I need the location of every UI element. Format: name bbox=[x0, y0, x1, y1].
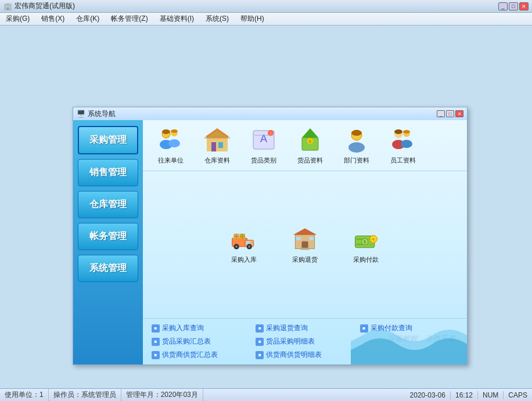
status-num: NUM bbox=[478, 391, 504, 399]
svg-text:$: $ bbox=[364, 239, 366, 244]
svg-point-4 bbox=[168, 139, 180, 147]
product-category-label: 货品类别 bbox=[251, 156, 276, 165]
dialog-icon: 🖥️ bbox=[77, 110, 85, 118]
top-icons-row: 往来单位 仓库资 bbox=[143, 120, 467, 171]
svg-text:↩: ↩ bbox=[303, 240, 307, 245]
link-icon-3: ■ bbox=[152, 338, 160, 346]
icon-product-category[interactable]: A ! 货品类别 bbox=[245, 126, 282, 165]
icon-department[interactable]: 部门资料 bbox=[337, 126, 375, 165]
status-company: 使用单位：1 bbox=[0, 389, 49, 401]
svg-marker-50 bbox=[293, 229, 317, 235]
link-icon-7: ■ bbox=[256, 351, 264, 359]
dialog-controls: _ □ ✕ bbox=[437, 110, 463, 117]
svg-point-31 bbox=[394, 129, 402, 134]
employee-label: 员工资料 bbox=[390, 156, 416, 165]
purchase-in-label: 采购入库 bbox=[231, 255, 257, 264]
dialog-close-button[interactable]: ✕ bbox=[455, 110, 463, 117]
icon-employee[interactable]: 员工资料 bbox=[384, 126, 422, 165]
product-category-icon: A ! bbox=[250, 126, 278, 154]
icon-purchase-pay[interactable]: $ ¥ 采购付款 bbox=[347, 225, 385, 264]
status-operator: 操作员：系统管理员 bbox=[49, 389, 121, 401]
warehouse-data-label: 仓库资料 bbox=[204, 156, 230, 165]
department-label: 部门资料 bbox=[344, 156, 369, 165]
icon-warehouse-data[interactable]: 仓库资料 bbox=[198, 126, 236, 165]
svg-rect-53 bbox=[309, 237, 313, 240]
product-data-label: 货品资料 bbox=[297, 156, 323, 165]
purchase-return-label: 采购退货 bbox=[292, 255, 318, 264]
status-bar: 使用单位：1 操作员：系统管理员 管理年月：2020年03月 2020-03-0… bbox=[0, 388, 532, 401]
svg-point-26 bbox=[351, 130, 362, 136]
department-icon bbox=[343, 126, 371, 154]
link-purchase-return-query[interactable]: ■ 采购退货查询 bbox=[256, 323, 354, 333]
svg-text:A: A bbox=[260, 133, 267, 144]
menu-help[interactable]: 帮助(H) bbox=[237, 13, 268, 25]
dialog-minimize-button[interactable]: _ bbox=[437, 110, 445, 117]
menu-system[interactable]: 系统(S) bbox=[202, 13, 232, 25]
svg-point-39 bbox=[235, 245, 238, 248]
menu-warehouse[interactable]: 仓库(K) bbox=[73, 13, 103, 25]
maximize-button[interactable]: □ bbox=[509, 2, 518, 10]
system-nav-dialog: 🖥️ 系统导航 _ □ ✕ 采购管理 销售管理 仓库管理 bbox=[73, 107, 468, 365]
minimize-button[interactable]: _ bbox=[498, 2, 508, 10]
partners-icon bbox=[157, 126, 185, 154]
link-supplier-detail[interactable]: ■ 供货商供货明细表 bbox=[256, 350, 354, 360]
dialog-title-text: 系统导航 bbox=[88, 109, 116, 119]
svg-rect-12 bbox=[204, 137, 230, 139]
sidebar-item-purchase[interactable]: 采购管理 bbox=[78, 126, 138, 154]
sidebar-item-system[interactable]: 系统管理 bbox=[78, 255, 138, 282]
sidebar: 采购管理 销售管理 仓库管理 帐务管理 系统管理 bbox=[73, 120, 143, 364]
icon-purchase-in[interactable]: 采购入库 bbox=[225, 225, 263, 264]
link-purchase-in-query[interactable]: ■ 采购入库查询 bbox=[152, 323, 250, 333]
svg-point-30 bbox=[401, 140, 412, 148]
link-icon-0: ■ bbox=[152, 324, 160, 333]
app-title: 宏伟商贸通(试用版) bbox=[15, 1, 75, 11]
icon-purchase-return[interactable]: ↩ 采购退货 bbox=[286, 225, 324, 264]
menu-basics[interactable]: 基础资料(I) bbox=[156, 13, 197, 25]
link-icon-1: ■ bbox=[256, 324, 264, 333]
status-period: 管理年月：2020年03月 bbox=[121, 389, 203, 401]
dialog-body: 采购管理 销售管理 仓库管理 帐务管理 系统管理 bbox=[73, 120, 467, 364]
purchase-pay-icon: $ ¥ bbox=[352, 225, 380, 253]
sidebar-item-accounts[interactable]: 帐务管理 bbox=[78, 223, 138, 250]
dialog-maximize-button[interactable]: □ bbox=[446, 110, 454, 117]
employee-icon bbox=[389, 126, 417, 154]
svg-rect-9 bbox=[211, 142, 216, 151]
menu-sales[interactable]: 销售(X) bbox=[38, 13, 68, 25]
svg-point-41 bbox=[248, 245, 250, 248]
link-product-purchase-summary[interactable]: ■ 货品采购汇总表 bbox=[152, 337, 250, 346]
title-bar-left: 🏢 宏伟商贸通(试用版) bbox=[3, 1, 75, 11]
menu-accounts[interactable]: 帐务管理(Z) bbox=[107, 13, 151, 25]
partners-label: 往来单位 bbox=[158, 156, 184, 165]
product-data-icon: $ bbox=[296, 126, 324, 154]
menu-purchase[interactable]: 采购(G) bbox=[2, 13, 33, 25]
sidebar-item-sales[interactable]: 销售管理 bbox=[78, 159, 138, 186]
purchase-in-icon bbox=[230, 225, 258, 253]
svg-rect-10 bbox=[218, 142, 223, 148]
wave-decoration bbox=[351, 318, 467, 364]
menu-bar: 采购(G) 销售(X) 仓库(K) 帐务管理(Z) 基础资料(I) 系统(S) … bbox=[0, 13, 532, 26]
status-right: 2020-03-06 16:12 NUM CAPS bbox=[405, 391, 532, 399]
sidebar-item-warehouse[interactable]: 仓库管理 bbox=[78, 191, 138, 218]
svg-marker-21 bbox=[302, 128, 318, 138]
svg-text:!: ! bbox=[270, 131, 271, 135]
icon-partners[interactable]: 往来单位 bbox=[152, 126, 189, 165]
icon-product-data[interactable]: $ 货品资料 bbox=[291, 126, 329, 165]
close-button[interactable]: ✕ bbox=[519, 2, 529, 10]
warehouse-icon bbox=[203, 126, 231, 154]
status-caps: CAPS bbox=[504, 391, 532, 399]
app-icon: 🏢 bbox=[3, 2, 12, 10]
link-product-purchase-detail[interactable]: ■ 货品采购明细表 bbox=[256, 337, 354, 346]
dialog-title-left: 🖥️ 系统导航 bbox=[77, 109, 116, 119]
content-area: 往来单位 仓库资 bbox=[143, 120, 467, 364]
svg-rect-52 bbox=[296, 237, 300, 240]
svg-rect-54 bbox=[301, 248, 310, 250]
svg-point-25 bbox=[348, 142, 365, 153]
link-icon-6: ■ bbox=[152, 351, 160, 359]
svg-point-32 bbox=[403, 130, 410, 133]
status-date: 2020-03-06 bbox=[405, 391, 451, 399]
status-time: 16:12 bbox=[451, 391, 478, 399]
link-supplier-summary[interactable]: ■ 供货商供货汇总表 bbox=[152, 350, 250, 360]
purchase-pay-label: 采购付款 bbox=[353, 255, 379, 264]
title-bar-controls: _ □ ✕ bbox=[498, 2, 529, 10]
purchase-return-icon: ↩ bbox=[291, 225, 319, 253]
